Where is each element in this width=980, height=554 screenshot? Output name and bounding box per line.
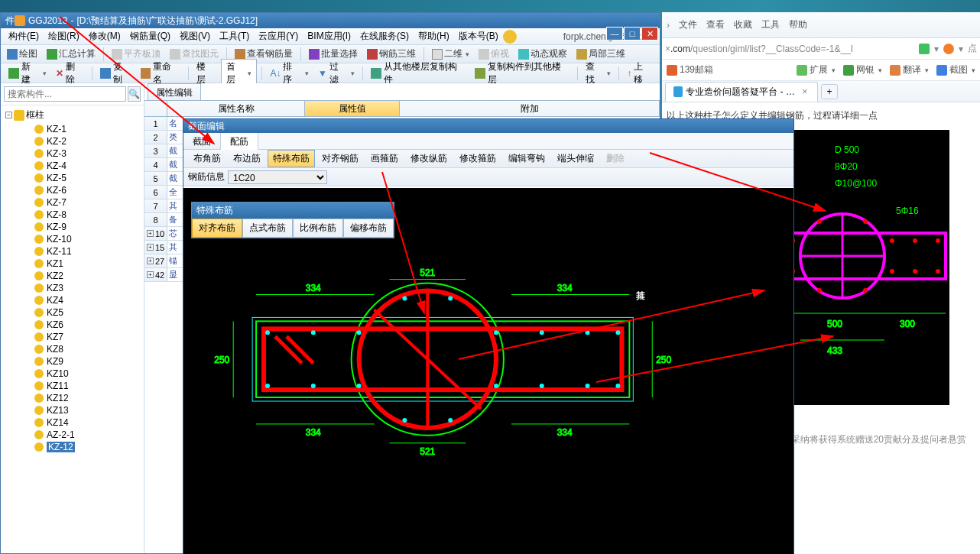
popup-align-bar[interactable]: 对齐布筋 bbox=[192, 219, 242, 238]
menu-draw[interactable]: 绘图(R) bbox=[44, 28, 84, 44]
tool-edit-hook[interactable]: 编辑弯钩 bbox=[503, 150, 550, 167]
tree-item[interactable]: KZ4 bbox=[2, 294, 142, 306]
tree-item[interactable]: KZ8 bbox=[2, 343, 142, 355]
tool-special-bar[interactable]: 特殊布筋 bbox=[268, 150, 315, 167]
tree-item[interactable]: KZ3 bbox=[2, 282, 142, 294]
tree-item[interactable]: KZ-2 bbox=[2, 135, 142, 147]
tool-edge-bar[interactable]: 布边筋 bbox=[228, 150, 266, 167]
expand-icon[interactable]: + bbox=[147, 244, 154, 251]
col-attr-extra: 附加 bbox=[400, 101, 660, 116]
section-canvas[interactable]: 334 334 521 334 334 521 250 250 箍其 bbox=[183, 188, 793, 554]
ext-extensions[interactable]: 扩展 bbox=[797, 63, 836, 76]
tree-item[interactable]: AZ-2-1 bbox=[2, 429, 142, 441]
tree-item[interactable]: KZ-7 bbox=[2, 196, 142, 209]
tree-item[interactable]: KZ-1 bbox=[2, 123, 142, 135]
property-header: 属性名称 属性值 附加 bbox=[144, 100, 660, 117]
menu-modify[interactable]: 修改(M) bbox=[84, 28, 125, 44]
maximize-button[interactable]: □ bbox=[624, 27, 641, 40]
tool-modify-stirrup[interactable]: 修改箍筋 bbox=[454, 150, 501, 167]
tree-item[interactable]: KZ-11 bbox=[2, 245, 142, 258]
search-input[interactable] bbox=[4, 86, 126, 102]
collapse-icon[interactable]: − bbox=[5, 112, 12, 118]
tree-item[interactable]: KZ-6 bbox=[2, 184, 142, 196]
plus-icon bbox=[8, 68, 19, 79]
br-menu-help[interactable]: 帮助 bbox=[789, 18, 807, 31]
secure-icon[interactable] bbox=[919, 44, 930, 54]
tool-draw-stirrup[interactable]: 画箍筋 bbox=[365, 150, 404, 167]
tree-root-node[interactable]: − 框柱 bbox=[2, 107, 142, 123]
expand-icon[interactable]: + bbox=[147, 230, 154, 237]
ext-bank[interactable]: 网银 bbox=[843, 63, 882, 76]
br-menu-tools[interactable]: 工具 bbox=[761, 18, 780, 31]
expand-icon[interactable]: + bbox=[147, 271, 154, 278]
tree-item[interactable]: KZ13 bbox=[2, 404, 142, 416]
node-icon bbox=[34, 320, 44, 329]
tree-item[interactable]: KZ-9 bbox=[2, 221, 142, 233]
menu-online[interactable]: 在线服务(S) bbox=[355, 28, 414, 44]
menu-rebar[interactable]: 钢筋量(Q) bbox=[125, 28, 175, 44]
tree-item[interactable]: KZ11 bbox=[2, 380, 142, 392]
tab-rebar[interactable]: 配筋 bbox=[221, 133, 258, 150]
close-button[interactable]: ✕ bbox=[641, 27, 658, 40]
svg-point-64 bbox=[817, 288, 822, 293]
search-button[interactable]: 🔍 bbox=[128, 86, 141, 102]
property-tab[interactable]: 属性编辑 bbox=[148, 83, 201, 102]
tree-item[interactable]: KZ-8 bbox=[2, 209, 142, 221]
ext-translate[interactable]: 翻译 bbox=[890, 63, 929, 76]
tree-item[interactable]: KZ9 bbox=[2, 355, 142, 368]
minimize-button[interactable]: — bbox=[606, 27, 623, 40]
tool-end-extend[interactable]: 端头伸缩 bbox=[552, 150, 599, 167]
tool-align-bar[interactable]: 对齐钢筋 bbox=[316, 150, 364, 167]
component-tree[interactable]: − 框柱 KZ-1KZ-2KZ-3KZ-4KZ-5KZ-6KZ-7KZ-8KZ-… bbox=[1, 105, 144, 553]
chevron-down-icon[interactable]: ▾ bbox=[934, 44, 939, 54]
tree-item[interactable]: KZ-4 bbox=[2, 160, 142, 172]
menu-view[interactable]: 视图(V) bbox=[175, 28, 215, 44]
tree-item[interactable]: KZ6 bbox=[2, 319, 142, 331]
br-menu-fav[interactable]: 收藏 bbox=[734, 18, 752, 31]
expand-icon[interactable]: + bbox=[147, 258, 154, 264]
menu-cloud[interactable]: 云应用(Y) bbox=[254, 28, 303, 44]
new-tab-button[interactable]: + bbox=[821, 84, 838, 99]
tree-item[interactable]: KZ7 bbox=[2, 331, 142, 343]
tab-close-icon[interactable]: × bbox=[800, 86, 810, 97]
tree-item[interactable]: KZ2 bbox=[2, 270, 142, 282]
node-icon bbox=[34, 369, 44, 378]
paw-icon[interactable] bbox=[943, 44, 954, 54]
menu-bim[interactable]: BIM应用(I) bbox=[303, 28, 355, 44]
tool-modify-long[interactable]: 修改纵筋 bbox=[405, 150, 453, 167]
user-avatar-icon[interactable] bbox=[503, 30, 517, 44]
menu-tools[interactable]: 工具(T) bbox=[215, 28, 254, 44]
tree-item[interactable]: KZ10 bbox=[2, 368, 142, 380]
chevron-right-icon[interactable]: › bbox=[667, 20, 670, 31]
tree-item[interactable]: KZ1 bbox=[2, 258, 142, 270]
tool-corner-bar[interactable]: 布角筋 bbox=[188, 150, 226, 167]
tool-delete[interactable]: 删除 bbox=[601, 150, 630, 167]
tree-item[interactable]: KZ-3 bbox=[2, 147, 142, 160]
browser-menubar: › 文件 查看 收藏 工具 帮助 bbox=[662, 12, 980, 38]
tree-item[interactable]: KZ14 bbox=[2, 416, 142, 429]
tree-item[interactable]: KZ5 bbox=[2, 306, 142, 319]
svg-point-15 bbox=[540, 330, 544, 335]
menu-version[interactable]: 版本号(B) bbox=[454, 28, 503, 44]
popup-offset-bar[interactable]: 偏移布筋 bbox=[343, 219, 394, 238]
dropdown-icon[interactable]: ▾ bbox=[959, 44, 963, 54]
tab-section[interactable]: 截面 bbox=[183, 133, 221, 149]
url-display[interactable]: ×.com/question/giml/list?__ClassCode=-1&… bbox=[665, 44, 914, 54]
svg-text:334: 334 bbox=[306, 283, 321, 293]
ext-screenshot[interactable]: 截图 bbox=[936, 63, 975, 76]
rebar-info-select[interactable]: 1C20 bbox=[228, 170, 327, 184]
tree-item[interactable]: KZ-10 bbox=[2, 233, 142, 245]
popup-point-bar[interactable]: 点式布筋 bbox=[242, 219, 293, 238]
menu-help[interactable]: 帮助(H) bbox=[414, 28, 454, 44]
menu-dots-icon[interactable]: 点 bbox=[968, 42, 977, 55]
shield-icon bbox=[843, 65, 854, 76]
tree-item[interactable]: KZ12 bbox=[2, 392, 142, 404]
br-menu-view[interactable]: 查看 bbox=[706, 18, 725, 31]
tree-item[interactable]: KZ-5 bbox=[2, 172, 142, 184]
browser-tab[interactable]: 专业造价问题答疑平台 - 广联达 × bbox=[665, 82, 818, 102]
br-menu-file[interactable]: 文件 bbox=[679, 18, 697, 31]
popup-ratio-bar[interactable]: 比例布筋 bbox=[293, 219, 343, 238]
tree-item[interactable]: KZ-12 bbox=[2, 441, 142, 453]
ext-mail[interactable]: 139邮箱 bbox=[667, 63, 713, 76]
menu-component[interactable]: 构件(E) bbox=[4, 28, 44, 44]
